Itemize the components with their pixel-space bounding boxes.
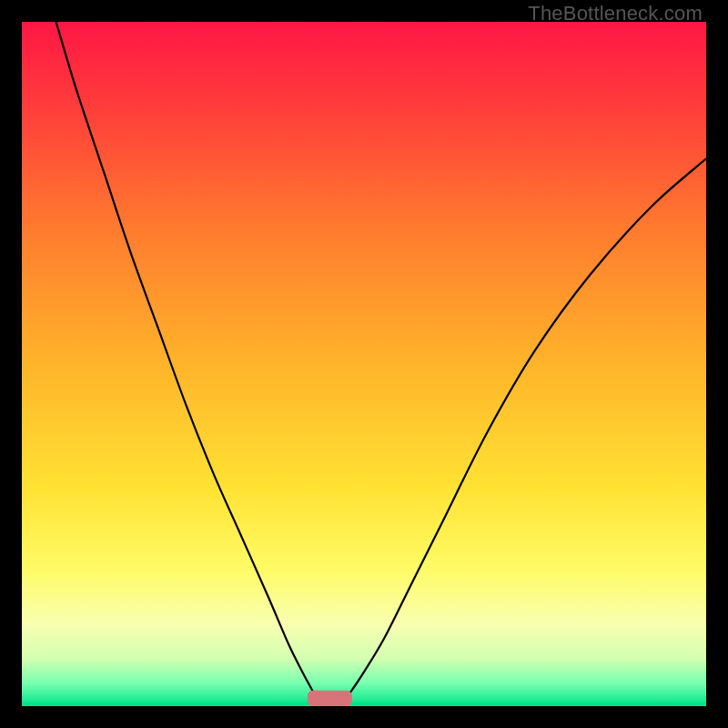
green-baseline: [22, 702, 706, 706]
gradient-background: [22, 22, 706, 706]
chart-frame: [22, 22, 706, 706]
chart-svg: [22, 22, 706, 706]
bottleneck-marker: [308, 691, 352, 706]
